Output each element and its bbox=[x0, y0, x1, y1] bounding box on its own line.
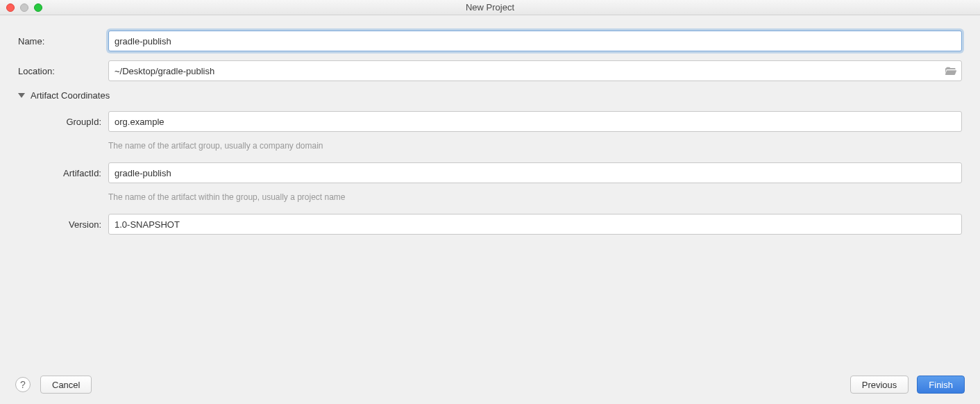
titlebar: New Project bbox=[0, 0, 980, 15]
folder-open-icon[interactable] bbox=[945, 66, 956, 76]
version-input[interactable] bbox=[108, 214, 962, 235]
version-label: Version: bbox=[18, 219, 108, 230]
name-row: Name: bbox=[18, 31, 962, 51]
artifact-coordinates-section: Artifact Coordinates GroupId: The name o… bbox=[18, 90, 962, 235]
name-input[interactable] bbox=[108, 31, 962, 51]
close-icon[interactable] bbox=[6, 3, 15, 12]
groupid-input[interactable] bbox=[108, 111, 962, 132]
location-input[interactable] bbox=[108, 60, 962, 81]
section-toggle[interactable]: Artifact Coordinates bbox=[18, 90, 962, 101]
help-button[interactable]: ? bbox=[15, 377, 31, 392]
finish-button[interactable]: Finish bbox=[917, 376, 965, 394]
artifactid-input[interactable] bbox=[108, 162, 962, 183]
cancel-button[interactable]: Cancel bbox=[40, 376, 92, 394]
location-row: Location: bbox=[18, 60, 962, 81]
groupid-row: GroupId: bbox=[18, 111, 962, 132]
minimize-icon bbox=[20, 3, 28, 12]
name-label: Name: bbox=[18, 36, 108, 47]
groupid-label: GroupId: bbox=[18, 117, 108, 127]
help-icon: ? bbox=[20, 379, 26, 390]
maximize-icon[interactable] bbox=[34, 3, 42, 12]
artifactid-helper: The name of the artifact within the grou… bbox=[108, 192, 962, 202]
chevron-down-icon bbox=[18, 93, 25, 98]
location-label: Location: bbox=[18, 66, 108, 76]
artifactid-row: ArtifactId: bbox=[18, 162, 962, 183]
window-controls bbox=[0, 3, 42, 12]
artifactid-label: ArtifactId: bbox=[18, 168, 108, 178]
version-row: Version: bbox=[18, 214, 962, 235]
window-title: New Project bbox=[0, 2, 980, 12]
groupid-helper: The name of the artifact group, usually … bbox=[108, 141, 962, 151]
dialog-content: Name: Location: Artifact Coordinates Gro… bbox=[0, 15, 980, 235]
previous-button[interactable]: Previous bbox=[850, 376, 909, 394]
section-title: Artifact Coordinates bbox=[31, 90, 110, 101]
dialog-footer: ? Cancel Previous Finish bbox=[0, 365, 980, 404]
